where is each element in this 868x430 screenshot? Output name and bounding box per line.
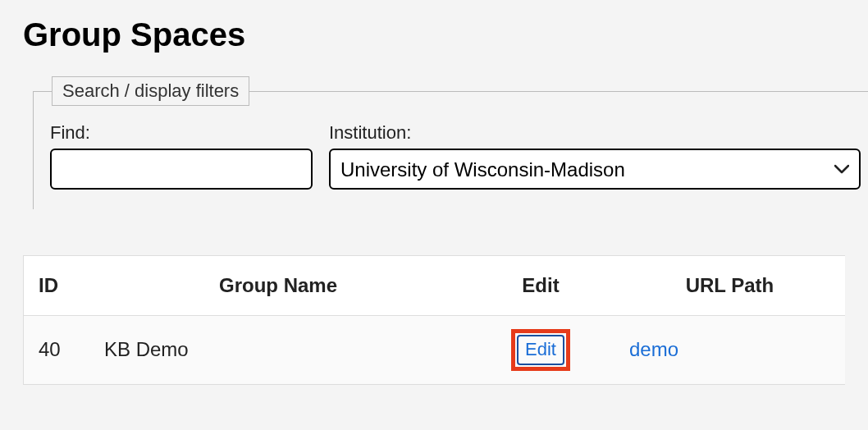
- find-label: Find:: [50, 122, 313, 144]
- results-table-wrap: ID Group Name Edit URL Path 40 KB Demo E…: [23, 255, 845, 385]
- results-table: ID Group Name Edit URL Path 40 KB Demo E…: [24, 256, 845, 385]
- cell-url-path: demo: [614, 316, 845, 385]
- cell-group-name: KB Demo: [89, 316, 467, 385]
- institution-label: Institution:: [329, 122, 861, 144]
- url-path-link[interactable]: demo: [629, 338, 678, 360]
- filters-legend: Search / display filters: [52, 76, 249, 106]
- page-title: Group Spaces: [23, 16, 845, 53]
- col-header-url-path: URL Path: [614, 256, 845, 316]
- edit-button[interactable]: Edit: [517, 335, 564, 365]
- col-header-edit: Edit: [467, 256, 614, 316]
- edit-highlight-box: Edit: [511, 329, 570, 371]
- filters-fieldset: Search / display filters Find: Instituti…: [33, 76, 868, 209]
- col-header-group-name: Group Name: [89, 256, 467, 316]
- table-row: 40 KB Demo Edit demo: [24, 316, 845, 385]
- find-input[interactable]: [50, 149, 313, 190]
- col-header-id: ID: [24, 256, 89, 316]
- cell-edit: Edit: [467, 316, 614, 385]
- institution-select[interactable]: University of Wisconsin-Madison: [329, 149, 861, 190]
- cell-id: 40: [24, 316, 89, 385]
